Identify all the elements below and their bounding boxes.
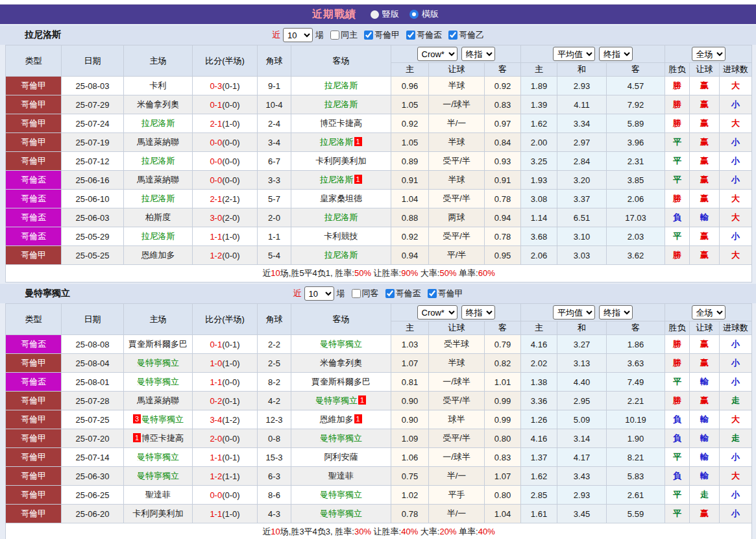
handicap-odds-cell: 1.05	[391, 133, 429, 152]
summary-segment: 50%	[354, 268, 371, 278]
games-count-select[interactable]: 10	[283, 28, 313, 42]
fulltime-score: 3-4	[210, 415, 222, 425]
league-filter-1[interactable]: 哥倫盃	[402, 29, 442, 41]
average-odds-cell: 2.97	[557, 133, 607, 152]
league-filter-2[interactable]: 哥倫乙	[445, 29, 484, 41]
average-odds-cell: 5.59	[607, 505, 665, 523]
average-odds-cell: 6.51	[557, 208, 607, 227]
radio-selected-icon[interactable]	[409, 10, 419, 19]
same-venue-filter-checkbox[interactable]	[330, 31, 339, 40]
corner-cell: 4-3	[258, 505, 291, 523]
result-cell: 赢	[690, 77, 720, 95]
final-index-select-2[interactable]: 终指	[599, 305, 633, 320]
radio-unselected-icon[interactable]	[371, 10, 379, 19]
team-label: 曼特寧獨立	[320, 339, 362, 349]
league-filter-2-checkbox[interactable]	[448, 31, 457, 40]
date-cell: 25-06-16	[62, 171, 124, 190]
away-team-cell: 拉尼洛斯	[291, 246, 391, 265]
halftime-score: (0-0)	[222, 100, 239, 110]
home-team-cell: 卡利阿美利加	[124, 505, 193, 523]
section-header: 曼特寧獨立近10場同客哥倫盃哥倫甲	[0, 284, 756, 303]
handicap-odds-cell: 0.89	[391, 152, 429, 171]
same-venue-filter[interactable]: 同主	[326, 29, 358, 41]
team-label: 拉尼洛斯	[141, 118, 175, 128]
final-index-select[interactable]: 终指	[461, 305, 495, 320]
league-filter-0-checkbox[interactable]	[385, 289, 395, 298]
handicap-odds-cell: 半/一	[429, 505, 485, 523]
date-cell: 25-07-19	[62, 133, 124, 152]
corner-cell: 5-4	[258, 246, 291, 265]
handicap-odds-cell: 1.01	[485, 373, 521, 392]
away-team-cell: 賈奎斯科爾多巴	[291, 373, 391, 392]
average-odds-cell: 3.63	[607, 354, 665, 373]
match-row: 哥倫甲25-07-29米倫拿列奧0-1(0-0)10-4拉尼洛斯1.05一/球半…	[6, 95, 752, 114]
away-team-cell: 拉尼洛斯	[291, 95, 391, 114]
summary-segment: 场,胜3平4负3, 胜率:	[280, 527, 354, 536]
result-cell: 勝	[665, 77, 690, 95]
team-label: 拉尼洛斯	[141, 156, 175, 166]
average-odds-cell: 5.83	[607, 467, 665, 486]
handicap-odds-cell: 半球	[429, 77, 485, 95]
games-suffix-label: 場	[337, 288, 345, 299]
average-select[interactable]: 平均值	[553, 47, 595, 61]
score-cell: 2-1(2-1)	[193, 190, 258, 208]
same-venue-filter-checkbox[interactable]	[352, 289, 361, 298]
average-odds-cell: 1.61	[521, 505, 557, 523]
date-cell: 25-08-03	[62, 77, 124, 95]
average-odds-cell: 1.62	[521, 114, 557, 133]
match-scope-select[interactable]: 全场	[692, 305, 726, 320]
league-cell: 哥倫甲	[6, 77, 62, 95]
final-index-select[interactable]: 终指	[461, 47, 495, 61]
league-filter-0-checkbox[interactable]	[364, 31, 373, 40]
fulltime-score: 1-2	[210, 471, 222, 481]
column-header: 日期	[62, 45, 124, 77]
red-card-badge: 1	[354, 414, 362, 423]
average-odds-cell: 7.49	[607, 373, 665, 392]
league-cell: 哥倫甲	[6, 392, 62, 410]
final-index-select-2[interactable]: 终指	[599, 47, 633, 61]
halftime-score: (0-0)	[222, 138, 239, 147]
average-odds-cell: 3.85	[607, 171, 665, 190]
games-count-select[interactable]: 10	[304, 286, 334, 301]
score-cell: 0-0(0-0)	[193, 152, 258, 171]
league-filter-1-checkbox[interactable]	[428, 289, 437, 298]
average-odds-cell: 7.92	[607, 95, 665, 114]
same-venue-filter[interactable]: 同客	[348, 288, 379, 299]
league-filter-1[interactable]: 哥倫甲	[424, 288, 463, 299]
handicap-odds-cell: 一/球半	[429, 448, 485, 467]
team-label: 馬達萊納聯	[137, 395, 179, 405]
away-team-cell: 皇家桑坦德	[291, 190, 391, 208]
date-cell: 25-08-08	[62, 335, 124, 354]
team-label: 曼特寧獨立	[320, 508, 362, 518]
score-cell: 0-1(0-1)	[193, 335, 258, 354]
team-label: 曼特寧獨立	[137, 358, 179, 368]
league-filter-0[interactable]: 哥倫盃	[382, 288, 421, 299]
odds-source-select[interactable]: Crow*	[417, 47, 457, 61]
score-cell: 2-1(1-0)	[193, 114, 258, 133]
result-cell: 小	[720, 486, 752, 505]
league-cell: 哥倫甲	[6, 152, 62, 171]
score-cell: 0-0(0-0)	[193, 171, 258, 190]
team-label: 拉尼洛斯	[141, 194, 175, 203]
handicap-odds-cell: 0.90	[391, 392, 429, 410]
corner-cell: 8-6	[258, 486, 291, 505]
away-team-cell: 曼特寧獨立	[291, 335, 391, 354]
team-label: 曼特寧獨立	[320, 490, 362, 499]
match-row: 哥倫甲25-07-24拉尼洛斯2-1(1-0)2-4博亞卡捷高0.92半/一0.…	[6, 114, 752, 133]
home-team-cell: 聖達菲	[124, 486, 193, 505]
halftime-score: (1-2)	[222, 415, 239, 425]
score-cell: 0-0(0-0)	[193, 133, 258, 152]
home-team-cell: 柏斯度	[124, 208, 193, 227]
odds-source-select[interactable]: Crow*	[417, 305, 457, 320]
date-cell: 25-05-29	[62, 227, 124, 246]
top-strip	[0, 0, 756, 5]
league-filter-0[interactable]: 哥倫甲	[360, 29, 400, 41]
radio-horizontal-layout[interactable]: 橫版	[409, 8, 439, 20]
league-filter-1-checkbox[interactable]	[406, 31, 415, 40]
radio-vertical-layout[interactable]: 豎版	[371, 8, 399, 20]
column-header: 客场	[291, 45, 391, 77]
fulltime-score: 2-1	[210, 194, 222, 204]
average-select[interactable]: 平均值	[553, 305, 595, 320]
match-scope-select[interactable]: 全场	[692, 47, 726, 61]
average-odds-cell: 2.31	[607, 152, 665, 171]
